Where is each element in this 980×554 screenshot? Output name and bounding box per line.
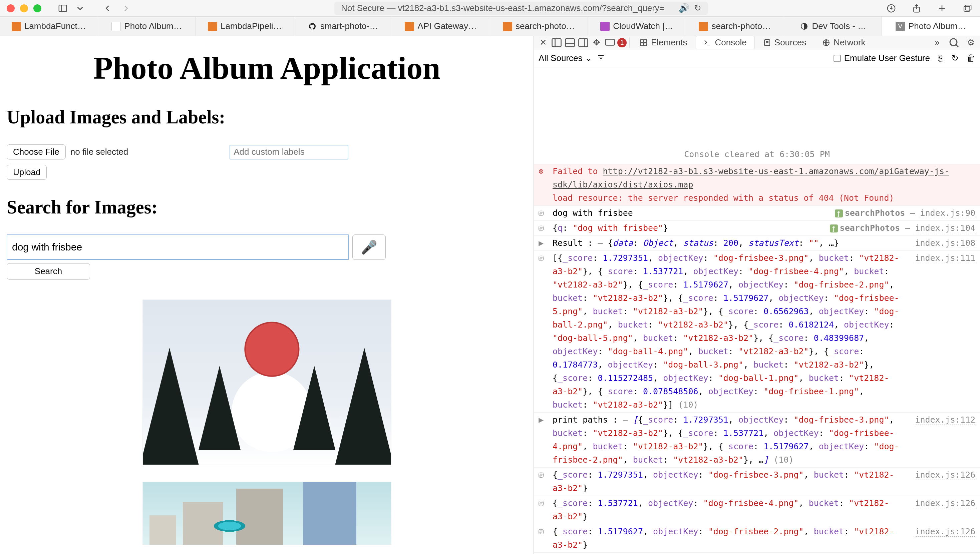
no-file-label: no file selected	[70, 147, 128, 157]
devtools-tabbar: ✕ ✥ 1 Elements Console Sources Netwo	[534, 36, 980, 49]
tab-label: CloudWatch |…	[613, 21, 673, 31]
browser-tab[interactable]: LambdaFunct…	[0, 17, 98, 36]
log-source[interactable]: ƒsearchPhotos — index.js:104	[823, 221, 975, 235]
filter-icon[interactable]	[597, 53, 605, 64]
tab-console[interactable]: Console	[696, 36, 754, 49]
svg-point-27	[950, 39, 957, 46]
browser-tab[interactable]: LambdaPipeli…	[196, 17, 294, 36]
dock-left-icon[interactable]	[551, 37, 563, 49]
console-cleared-label: Console cleared at 6:30:05 PM	[534, 67, 980, 164]
log-icon: ⎚	[539, 221, 548, 235]
page-title: Photo Album Application	[7, 49, 527, 86]
maximize-window-icon[interactable]	[33, 4, 41, 12]
url-bar[interactable]: Not Secure — vt2182-a3-b1.s3-website-us-…	[334, 2, 708, 15]
dock-right-icon[interactable]	[577, 37, 589, 49]
console-error-row: ⊗ Failed to http://vt2182-a3-b1.s3-websi…	[534, 164, 980, 206]
svg-rect-16	[606, 39, 615, 45]
svg-rect-12	[566, 39, 575, 47]
tab-label: search-photo…	[516, 21, 575, 31]
dock-bottom-icon[interactable]	[564, 37, 576, 49]
disclosure-icon[interactable]: ▶	[539, 413, 548, 466]
tab-label: Dev Tools - …	[812, 21, 867, 31]
tab-label: Photo Album…	[908, 21, 966, 31]
search-input[interactable]	[7, 234, 349, 260]
tab-elements[interactable]: Elements	[632, 36, 695, 49]
gear-icon[interactable]: ⚙	[965, 37, 977, 49]
minimize-window-icon[interactable]	[20, 4, 28, 12]
more-tabs-icon[interactable]: »	[931, 37, 943, 49]
clear-reload-icon[interactable]: ↻	[951, 53, 959, 64]
search-heading: Search for Images:	[7, 196, 527, 218]
favicon-icon	[12, 22, 21, 31]
chevron-updown-icon: ⌄	[585, 53, 592, 63]
all-sources-dropdown[interactable]: All Sources ⌄	[539, 53, 592, 64]
chevron-down-icon[interactable]	[74, 2, 86, 14]
upload-button[interactable]: Upload	[7, 165, 47, 180]
search-button[interactable]: Search	[7, 263, 90, 280]
tab-network[interactable]: Network	[815, 36, 873, 49]
tab-label: smart-photo-…	[320, 21, 378, 31]
target-icon[interactable]: ✥	[591, 37, 602, 49]
tab-label: search-photo…	[711, 21, 771, 31]
log-source[interactable]: index.js:112	[908, 413, 975, 466]
disclosure-icon[interactable]: ▶	[539, 236, 548, 250]
share-icon[interactable]	[911, 2, 923, 14]
emulate-checkbox[interactable]: Emulate User Gesture	[833, 53, 930, 64]
log-source[interactable]: index.js:126	[908, 497, 975, 523]
console-log-row: ⎚{_score: 1.5179627, objectKey: "dog-fri…	[534, 524, 980, 552]
close-window-icon[interactable]	[7, 4, 15, 12]
error-url[interactable]: http://vt2182-a3-b1.s3-website-us-east-1…	[553, 166, 949, 189]
svg-line-28	[956, 45, 959, 47]
forward-icon[interactable]	[120, 2, 132, 14]
console-log-row: ⎚{q: "dog with frisbee"}ƒsearchPhotos — …	[534, 221, 980, 236]
browser-tab[interactable]: search-photo…	[490, 17, 588, 36]
tab-label: LambdaPipeli…	[221, 21, 282, 31]
result-image[interactable]	[142, 482, 391, 545]
favicon-icon: V	[896, 22, 905, 31]
sidebar-icon[interactable]	[57, 2, 69, 14]
log-source[interactable]: index.js:126	[908, 468, 975, 495]
svg-rect-10	[552, 39, 561, 47]
preserve-log-icon[interactable]: ⎘	[938, 53, 943, 64]
reload-icon[interactable]: ↻	[694, 3, 701, 13]
back-icon[interactable]	[102, 2, 113, 14]
tab-label: Photo Album…	[124, 21, 182, 31]
log-source[interactable]: index.js:126	[908, 525, 975, 552]
log-source[interactable]: ƒsearchPhotos — index.js:90	[828, 207, 975, 220]
console-log-row: ⎚{_score: 1.5179627, objectKey: "dog-fri…	[534, 552, 980, 554]
browser-tab[interactable]: CloudWatch |…	[588, 17, 686, 36]
url-text: Not Secure — vt2182-a3-b1.s3-website-us-…	[341, 3, 664, 13]
svg-rect-18	[644, 40, 647, 42]
browser-tab[interactable]: search-photo…	[686, 17, 784, 36]
search-icon[interactable]	[948, 37, 960, 49]
browser-tab[interactable]: VPhoto Album…	[882, 17, 980, 36]
console-log-row: ⎚{_score: 1.537721, objectKey: "dog-fris…	[534, 496, 980, 524]
browser-tab[interactable]: Photo Album…	[98, 17, 196, 36]
log-source[interactable]: index.js:108	[908, 236, 975, 250]
downloads-icon[interactable]	[885, 2, 897, 14]
browser-tab[interactable]: API Gateway…	[392, 17, 490, 36]
tabs-overview-icon[interactable]	[961, 2, 973, 14]
choose-file-button[interactable]: Choose File	[7, 145, 66, 159]
console-log-row: ⎚dog with frisbeeƒsearchPhotos — index.j…	[534, 206, 980, 221]
new-tab-icon[interactable]	[936, 2, 948, 14]
log-icon: ⎚	[539, 497, 548, 523]
audio-icon[interactable]: 🔊	[679, 3, 689, 13]
svg-rect-20	[644, 43, 647, 46]
result-image[interactable]	[142, 299, 391, 465]
responsive-icon[interactable]	[604, 37, 616, 49]
browser-tab[interactable]: Dev Tools - …	[784, 17, 882, 36]
error-count-badge[interactable]: 1	[617, 38, 627, 47]
mic-button[interactable]: 🎤	[352, 234, 386, 260]
browser-tab[interactable]: smart-photo-…	[294, 17, 392, 36]
labels-input[interactable]	[229, 145, 348, 159]
tab-strip: LambdaFunct…Photo Album…LambdaPipeli…sma…	[0, 17, 980, 36]
close-devtools-icon[interactable]: ✕	[537, 37, 549, 49]
error-icon: ⊗	[539, 165, 548, 205]
console-output[interactable]: Console cleared at 6:30:05 PM ⊗ Failed t…	[534, 67, 980, 554]
tab-sources[interactable]: Sources	[756, 36, 814, 49]
svg-rect-0	[59, 5, 67, 12]
clear-console-icon[interactable]: 🗑	[967, 53, 975, 64]
favicon-icon	[600, 22, 610, 31]
log-source[interactable]: index.js:111	[908, 252, 975, 412]
